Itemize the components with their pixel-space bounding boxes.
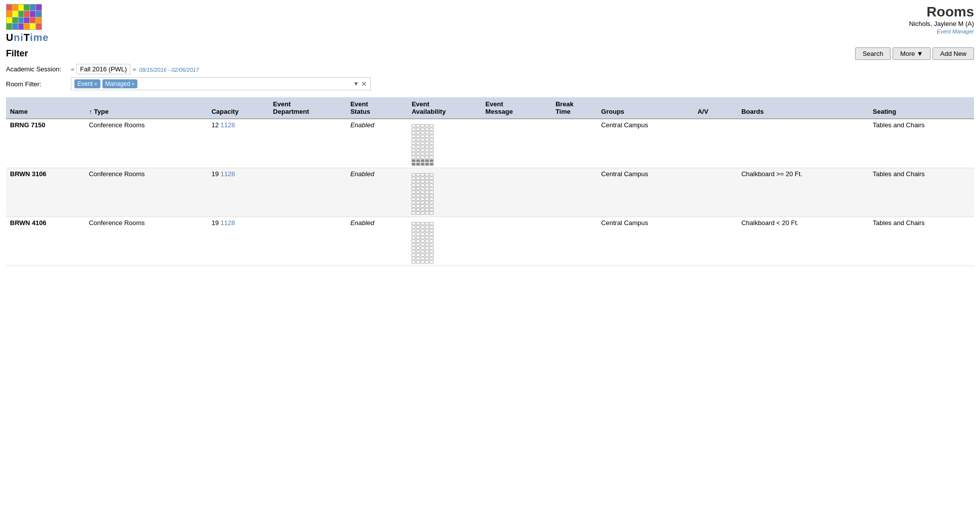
col-header-boards[interactable]: Boards [737,97,869,119]
filter-section: Filter Search More ▼ Add New Academic Se… [0,45,980,97]
table-row: BRWN 4106 Conference Rooms 19 1128 Enabl… [6,217,974,266]
col-header-seating[interactable]: Seating [869,97,974,119]
table-header: Name ↑ Type Capacity EventDepartment Eve… [6,97,974,119]
session-next-arrow[interactable]: » [132,65,136,73]
availability-grid [412,222,434,263]
col-header-groups[interactable]: Groups [597,97,694,119]
filter-tag-managed-label: Managed [105,80,130,87]
header-row: Name ↑ Type Capacity EventDepartment Eve… [6,97,974,119]
col-header-event-department[interactable]: EventDepartment [269,97,347,119]
filter-clear-button[interactable]: ✕ [361,80,367,88]
room-event-dept [269,168,347,217]
unitime-logo-text: UniTime [6,32,49,43]
rooms-table-container: Name ↑ Type Capacity EventDepartment Eve… [0,97,980,266]
room-break-time [551,168,597,217]
room-event-availability [408,217,482,266]
session-date: 08/15/2016 - 02/06/2017 [139,66,199,73]
room-groups: Central Campus [597,119,694,168]
filter-dropdown-button[interactable]: ▼ [353,80,359,87]
room-filter-label: Room Filter: [6,80,71,88]
room-name: BRNG 7150 [6,119,85,168]
room-boards: Chalkboard < 20 Ft. [737,217,869,266]
room-break-time [551,217,597,266]
room-type: Conference Rooms [85,119,208,168]
logo-area: UniTime [6,4,49,43]
filter-controls: ▼ ✕ [353,80,367,88]
col-header-event-status[interactable]: EventStatus [346,97,408,119]
session-value: Fall 2016 (PWL) [76,64,130,74]
room-seating: Tables and Chairs [869,217,974,266]
filter-tag-managed-close[interactable]: × [132,81,135,87]
filter-title: Filter [6,48,28,59]
search-button[interactable]: Search [855,47,891,60]
room-capacity: 19 1128 [207,168,269,217]
col-header-break-time[interactable]: BreakTime [551,97,597,119]
room-event-message [482,168,551,217]
room-seating: Tables and Chairs [869,119,974,168]
academic-session-row: Academic Session: « Fall 2016 (PWL) » 08… [6,64,974,74]
col-header-av[interactable]: A/V [693,97,737,119]
filter-tag-event-close[interactable]: × [94,81,97,87]
room-av [693,217,737,266]
room-name: BRWN 3106 [6,168,85,217]
session-date-text: 08/15/2016 - 02/06/2017 [139,67,199,73]
room-event-status: Enabled [346,217,408,266]
user-info: Rooms Nichols, Jaylene M (A) Event Manag… [909,4,974,35]
room-groups: Central Campus [597,168,694,217]
filter-tag-event-label: Event [77,80,93,87]
page-title: Rooms [909,4,974,20]
room-seating: Tables and Chairs [869,168,974,217]
table-body: BRNG 7150 Conference Rooms 12 1128 Enabl… [6,119,974,266]
col-header-event-availability[interactable]: EventAvailability [408,97,482,119]
room-av [693,168,737,217]
room-boards [737,119,869,168]
col-header-type[interactable]: ↑ Type [85,97,208,119]
room-event-dept [269,217,347,266]
logo-grid [6,4,42,30]
room-capacity: 12 1128 [207,119,269,168]
room-av [693,119,737,168]
header: UniTime Rooms Nichols, Jaylene M (A) Eve… [0,0,980,45]
room-event-status: Enabled [346,119,408,168]
availability-grid [412,173,434,215]
room-capacity: 19 1128 [207,217,269,266]
room-event-message [482,217,551,266]
room-type: Conference Rooms [85,168,208,217]
capacity-link[interactable]: 1128 [221,121,235,129]
user-role: Event Manager [937,28,974,34]
col-header-capacity[interactable]: Capacity [207,97,269,119]
capacity-link[interactable]: 1128 [221,219,235,227]
filter-tag-managed: Managed × [102,79,138,88]
filter-header: Filter Search More ▼ Add New [6,47,974,60]
col-header-event-message[interactable]: EventMessage [482,97,551,119]
capacity-link[interactable]: 1128 [221,170,235,178]
rooms-table: Name ↑ Type Capacity EventDepartment Eve… [6,97,974,266]
table-row: BRWN 3106 Conference Rooms 19 1128 Enabl… [6,168,974,217]
room-filter-box[interactable]: Event × Managed × ▼ ✕ [71,77,371,90]
room-break-time [551,119,597,168]
session-prev-arrow[interactable]: « [71,65,74,73]
availability-grid [412,124,434,166]
room-event-dept [269,119,347,168]
table-row: BRNG 7150 Conference Rooms 12 1128 Enabl… [6,119,974,168]
filter-tag-event: Event × [74,79,100,88]
room-boards: Chalkboard >= 20 Ft. [737,168,869,217]
more-button[interactable]: More ▼ [893,47,931,60]
room-filter-row: Room Filter: Event × Managed × ▼ ✕ [6,77,974,90]
room-groups: Central Campus [597,217,694,266]
room-event-availability [408,119,482,168]
room-event-message [482,119,551,168]
room-event-status: Enabled [346,168,408,217]
room-name: BRWN 4106 [6,217,85,266]
room-type: Conference Rooms [85,217,208,266]
room-event-availability [408,168,482,217]
add-new-button[interactable]: Add New [933,47,974,60]
academic-session-label: Academic Session: [6,65,71,73]
session-nav: « Fall 2016 (PWL) » [71,64,136,74]
user-name: Nichols, Jaylene M (A) [909,20,974,27]
filter-buttons: Search More ▼ Add New [855,47,974,60]
col-header-name[interactable]: Name [6,97,85,119]
